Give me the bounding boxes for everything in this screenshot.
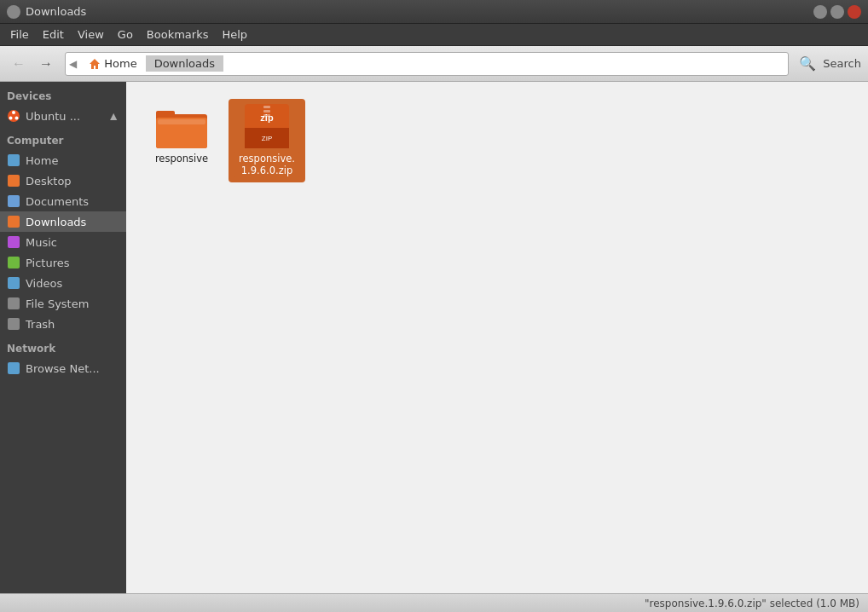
titlebar: Downloads	[0, 0, 868, 24]
sidebar-item-music[interactable]: Music	[0, 232, 126, 252]
menu-go[interactable]: Go	[111, 26, 140, 43]
sidebar-item-trash[interactable]: Trash	[0, 314, 126, 334]
sidebar: Devices Ubuntu ... ▲ Computer	[0, 82, 126, 593]
sidebar-home-label: Home	[26, 154, 58, 167]
file-label-zip: responsive.1.9.6.0.zip	[234, 152, 300, 177]
sidebar-item-desktop[interactable]: Desktop	[0, 170, 126, 191]
sidebar-pictures-label: Pictures	[26, 257, 69, 269]
ubuntu-icon	[7, 109, 20, 123]
trash-sidebar-icon	[7, 317, 20, 331]
svg-rect-5	[156, 111, 175, 118]
search-button[interactable]: 🔍	[796, 52, 819, 75]
menu-edit[interactable]: Edit	[36, 26, 71, 43]
breadcrumb-home[interactable]: Home	[80, 55, 145, 72]
svg-point-1	[12, 111, 15, 114]
search-icon: 🔍	[799, 56, 816, 71]
app-icon	[7, 5, 20, 19]
network-sidebar-icon	[7, 361, 20, 375]
svg-text:ZIP: ZIP	[262, 135, 272, 142]
breadcrumb-downloads[interactable]: Downloads	[146, 55, 223, 72]
file-label-responsive: responsive	[153, 152, 211, 165]
sidebar-item-downloads[interactable]: Downloads	[0, 211, 126, 232]
videos-sidebar-icon	[7, 276, 20, 290]
sidebar-documents-label: Documents	[26, 195, 89, 208]
sidebar-browsenet-label: Browse Net...	[26, 362, 100, 375]
svg-text:zip: zip	[260, 113, 274, 123]
eject-button[interactable]: ▲	[107, 109, 119, 123]
minimize-button[interactable]	[813, 5, 827, 19]
svg-point-2	[9, 117, 13, 120]
pictures-sidebar-icon	[7, 256, 20, 269]
search-label: Search	[823, 57, 861, 70]
breadcrumb-home-label: Home	[104, 57, 136, 70]
sidebar-section-network: Network	[0, 334, 126, 358]
forward-button[interactable]: →	[34, 52, 58, 76]
search-area: 🔍 Search	[796, 52, 861, 75]
svg-rect-12	[263, 110, 270, 113]
sidebar-item-videos[interactable]: Videos	[0, 273, 126, 293]
menubar: File Edit View Go Bookmarks Help	[0, 24, 868, 46]
main-layout: Devices Ubuntu ... ▲ Computer	[0, 82, 868, 593]
breadcrumb: ◀ Home Downloads	[65, 52, 789, 76]
sidebar-item-documents[interactable]: Documents	[0, 191, 126, 211]
music-sidebar-icon	[7, 235, 20, 249]
filesystem-sidebar-icon	[7, 297, 20, 310]
sidebar-section-computer: Computer	[0, 126, 126, 150]
window-controls	[813, 5, 861, 19]
svg-point-3	[15, 117, 19, 120]
folder-icon-responsive	[156, 104, 207, 148]
sidebar-item-filesystem[interactable]: File System	[0, 293, 126, 314]
downloads-sidebar-icon	[7, 215, 20, 228]
status-text: "responsive.1.9.6.0.zip" selected (1.0 M…	[645, 598, 859, 609]
documents-sidebar-icon	[7, 194, 20, 208]
home-sidebar-icon	[7, 153, 20, 167]
home-icon	[89, 58, 101, 70]
file-area: responsive zip ZIP responsi	[126, 82, 868, 593]
ubuntu-label: Ubuntu ...	[26, 110, 80, 123]
sidebar-desktop-label: Desktop	[26, 175, 72, 188]
sidebar-item-ubuntu[interactable]: Ubuntu ... ▲	[0, 106, 126, 126]
menu-view[interactable]: View	[71, 26, 111, 43]
desktop-sidebar-icon	[7, 174, 20, 188]
breadcrumb-downloads-label: Downloads	[154, 57, 215, 70]
zip-icon-responsive: zip ZIP	[241, 104, 292, 148]
sidebar-section-devices: Devices	[0, 82, 126, 106]
sidebar-music-label: Music	[26, 236, 57, 249]
maximize-button[interactable]	[830, 5, 844, 19]
sidebar-item-browsenet[interactable]: Browse Net...	[0, 358, 126, 378]
back-button[interactable]: ←	[7, 52, 31, 76]
window-title: Downloads	[26, 5, 813, 18]
sidebar-videos-label: Videos	[26, 277, 62, 290]
sidebar-filesystem-label: File System	[26, 297, 89, 310]
menu-file[interactable]: File	[3, 26, 36, 43]
sidebar-item-home[interactable]: Home	[0, 150, 126, 170]
statusbar: "responsive.1.9.6.0.zip" selected (1.0 M…	[0, 593, 868, 612]
menu-help[interactable]: Help	[215, 26, 254, 43]
sidebar-item-pictures[interactable]: Pictures	[0, 252, 126, 273]
toolbar: ← → ◀ Home Downloads 🔍 Search	[0, 46, 868, 82]
svg-rect-7	[158, 119, 205, 124]
menu-bookmarks[interactable]: Bookmarks	[140, 26, 216, 43]
file-item-responsive-folder[interactable]: responsive	[143, 99, 220, 182]
svg-rect-11	[263, 106, 270, 108]
close-button[interactable]	[848, 5, 861, 19]
svg-rect-13	[263, 114, 270, 117]
sidebar-downloads-label: Downloads	[26, 216, 86, 228]
breadcrumb-arrow: ◀	[66, 58, 80, 70]
back-icon: ←	[12, 56, 26, 72]
forward-icon: →	[39, 56, 53, 72]
sidebar-trash-label: Trash	[26, 318, 55, 331]
file-item-responsive-zip[interactable]: zip ZIP responsive.1.9.6.0.zip	[229, 99, 305, 182]
